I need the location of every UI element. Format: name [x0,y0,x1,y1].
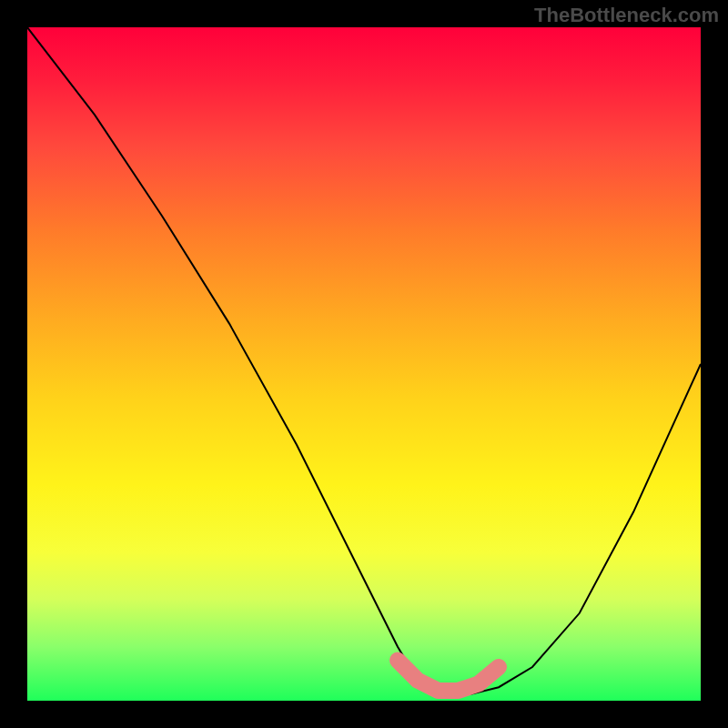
bottleneck-curve [27,27,701,694]
chart-svg [27,27,701,701]
optimal-zone-highlight [398,661,499,691]
plot-area [27,27,701,701]
watermark-text: TheBottleneck.com [534,4,719,27]
